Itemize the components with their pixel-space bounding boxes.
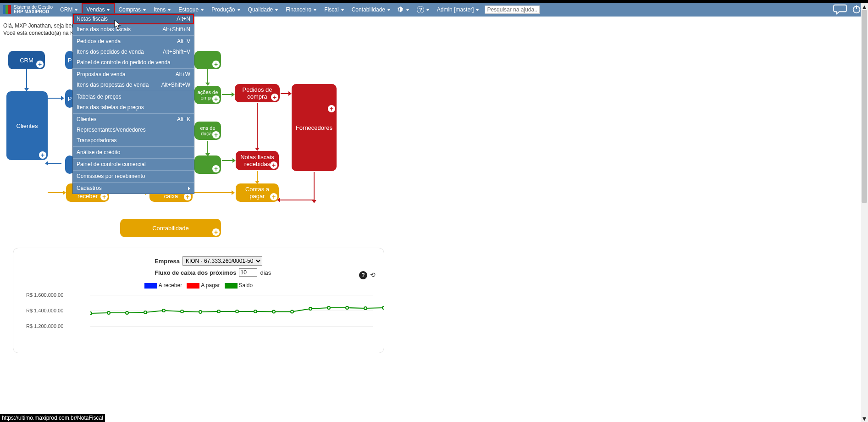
svg-point-9 <box>217 310 220 313</box>
fluxo-suffix: dias <box>260 269 271 276</box>
cashflow-chart: R$ 1.600.000,00 R$ 1.400.000,00 R$ 1.200… <box>26 292 376 343</box>
plus-icon[interactable] <box>271 94 278 101</box>
node-green-mid[interactable] <box>194 155 221 174</box>
dd-transportadoras[interactable]: Transportadoras <box>73 135 194 146</box>
plus-icon[interactable] <box>39 151 46 159</box>
plus-icon[interactable] <box>328 105 335 112</box>
plus-icon[interactable] <box>184 193 191 200</box>
svg-point-14 <box>309 307 312 310</box>
ytick: R$ 1.600.000,00 <box>26 292 63 298</box>
arrow <box>194 192 232 193</box>
legend-pagar: A pagar <box>201 282 220 289</box>
menu-financeiro[interactable]: Financeiro <box>282 3 321 17</box>
arrow <box>26 69 27 89</box>
arrow <box>48 163 61 164</box>
dd-itens-propostas[interactable]: Itens das propostas de vendaAlt+Shift+W <box>73 80 194 90</box>
svg-point-8 <box>199 311 202 313</box>
arrow <box>207 69 208 83</box>
legend-swatch-green <box>225 283 238 289</box>
svg-point-11 <box>254 310 257 313</box>
node-notas-recebidas[interactable]: Notas fiscais recebidas <box>236 151 279 170</box>
arrow <box>207 141 208 154</box>
vendas-dropdown: Notas fiscaisAlt+N Itens das notas fisca… <box>72 13 194 194</box>
node-pedidos-compra[interactable]: Pedidos de compra <box>235 84 280 102</box>
help-search-input[interactable] <box>485 6 540 14</box>
arrow <box>222 160 233 161</box>
dd-analise-credito[interactable]: Análise de crédito <box>73 147 194 158</box>
dd-clientes[interactable]: ClientesAlt+K <box>73 114 194 125</box>
plus-icon[interactable] <box>100 193 108 200</box>
menu-help[interactable]: ? <box>413 3 433 17</box>
plus-icon[interactable] <box>212 61 220 68</box>
plus-icon[interactable] <box>212 131 220 139</box>
plus-icon[interactable] <box>212 165 220 172</box>
dd-itens-tabelas-precos[interactable]: Itens das tabelas de preços <box>73 102 194 113</box>
help-icon[interactable]: ? <box>359 271 367 279</box>
plus-icon[interactable] <box>36 61 44 68</box>
node-green-top[interactable] <box>194 51 221 69</box>
svg-point-2 <box>90 312 92 315</box>
help-icon: ? <box>417 6 424 13</box>
refresh-icon[interactable]: ⟲ <box>370 271 376 279</box>
power-icon[interactable] <box>851 4 862 16</box>
node-contas-pagar[interactable]: Contas a pagar <box>236 183 279 202</box>
plus-icon[interactable] <box>270 193 277 200</box>
chart-svg <box>90 295 384 336</box>
legend-swatch-red <box>187 283 199 289</box>
node-acoes-compra[interactable]: ações de ompra <box>194 86 221 104</box>
arrow <box>48 98 61 99</box>
legend-receber: A receber <box>159 282 182 289</box>
node-fornecedores[interactable]: Fornecedores <box>292 84 337 171</box>
svg-point-5 <box>144 311 147 314</box>
chat-icon[interactable] <box>833 4 847 16</box>
arrow <box>257 103 258 148</box>
dd-cadastros[interactable]: Cadastros <box>73 183 194 194</box>
menu-producao[interactable]: Produção <box>208 3 244 17</box>
menu-settings[interactable] <box>394 3 413 17</box>
dd-painel-comercial[interactable]: Painel de controle comercial <box>73 159 194 170</box>
arrow <box>280 200 314 200</box>
brand-text: Sistema de GestãoERP MAXIPROD <box>14 5 53 14</box>
svg-point-15 <box>327 306 330 309</box>
chevron-right-icon <box>188 187 190 190</box>
dd-painel-pedido[interactable]: Painel de controle do pedido de venda <box>73 57 194 68</box>
logo-icon <box>3 5 12 14</box>
dd-comissoes[interactable]: Comissões por recebimento <box>73 171 194 182</box>
arrow <box>222 94 232 95</box>
node-contabilidade[interactable]: Contabilidade <box>120 219 221 237</box>
node-ens-ducao[interactable]: ens de dução <box>194 122 221 140</box>
node-clientes[interactable]: Clientes <box>6 91 48 160</box>
node-crm[interactable]: CRM <box>8 51 45 69</box>
svg-point-3 <box>107 311 110 314</box>
fluxo-days-input[interactable] <box>239 268 257 277</box>
svg-point-18 <box>382 306 384 309</box>
plus-icon[interactable] <box>212 228 220 236</box>
menu-admin[interactable]: Admin [master] <box>433 3 483 17</box>
arrow <box>257 171 258 181</box>
legend-swatch-blue <box>144 283 157 289</box>
chart-legend: A receber A pagar Saldo <box>22 282 376 289</box>
brand-logo: Sistema de GestãoERP MAXIPROD <box>3 5 53 14</box>
dd-tabelas-precos[interactable]: Tabelas de preços <box>73 92 194 102</box>
menu-qualidade[interactable]: Qualidade <box>244 3 282 17</box>
menu-contabilidade[interactable]: Contabilidade <box>348 3 394 17</box>
svg-point-12 <box>272 310 275 313</box>
gear-icon <box>398 6 404 13</box>
dd-itens-pedidos-venda[interactable]: Itens dos pedidos de vendaAlt+Shift+V <box>73 47 194 57</box>
dd-propostas[interactable]: Propostas de vendaAlt+W <box>73 69 194 80</box>
scrollbar-v[interactable]: ▴ ▾ <box>861 3 868 422</box>
plus-icon[interactable] <box>212 95 220 103</box>
dd-notas-fiscais[interactable]: Notas fiscaisAlt+N <box>73 14 194 24</box>
welcome-text: Olá, MXP Jonathan, seja bem- Você está c… <box>3 22 78 37</box>
arrow <box>314 172 315 200</box>
menu-fiscal[interactable]: Fiscal <box>321 3 348 17</box>
dd-pedidos-venda[interactable]: Pedidos de vendaAlt+V <box>73 36 194 47</box>
svg-point-6 <box>162 309 165 312</box>
plus-icon[interactable] <box>270 161 277 169</box>
legend-saldo: Saldo <box>239 282 253 289</box>
empresa-select[interactable]: KION - 67.333.260/0001-50 <box>182 256 262 266</box>
dd-itens-notas[interactable]: Itens das notas fiscaisAlt+Shift+N <box>73 24 194 35</box>
svg-point-16 <box>346 306 348 309</box>
ytick: R$ 1.200.000,00 <box>26 323 63 329</box>
dd-representantes[interactable]: Representantes/vendedores <box>73 125 194 135</box>
